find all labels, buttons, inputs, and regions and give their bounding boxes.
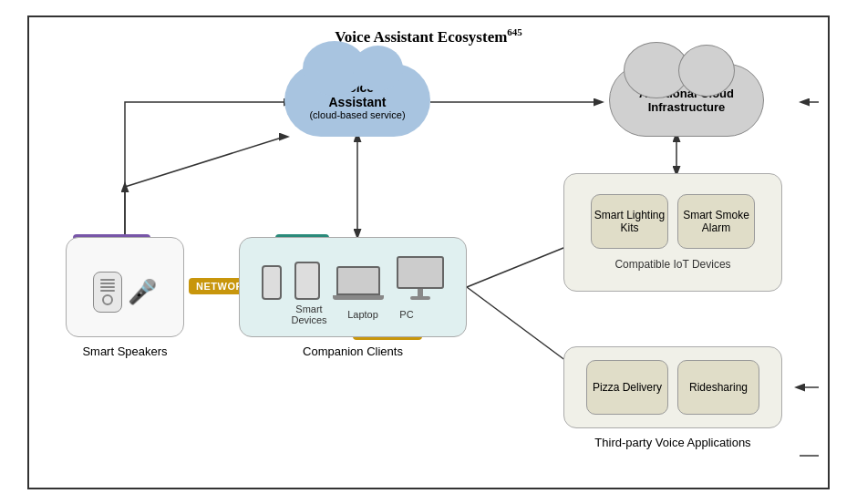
phone2-icon <box>294 262 320 300</box>
thirdparty-caption: Third-party Voice Applications <box>563 436 782 449</box>
speaker-icons: 🎤 <box>93 272 157 313</box>
additional-cloud-line1: Additional Cloud <box>639 87 734 100</box>
ridesharing-box: Ridesharing <box>677 360 759 415</box>
monitor-base-icon <box>410 296 430 300</box>
microphone-icon: 🎤 <box>128 278 157 306</box>
pizza-delivery-box: Pizza Delivery <box>586 360 668 415</box>
cloud-voice-line3: (cloud-based service) <box>309 109 405 120</box>
phone1-icon <box>262 265 282 300</box>
svg-line-3 <box>125 137 284 187</box>
main-title: Voice Assistant Ecosystem645 <box>38 26 819 46</box>
smart-devices-label: Smart Devices <box>286 303 332 325</box>
title-text: Voice Assistant Ecosystem <box>335 27 507 45</box>
cloud-voice-line1: Voice <box>341 80 374 95</box>
voice-assistant-cloud: Voice Assistant (cloud-based service) <box>284 64 430 137</box>
diagram-area: Voice Assistant (cloud-based service) Ad… <box>38 55 819 474</box>
speakers-caption: Smart Speakers <box>66 345 184 358</box>
smart-smoke-alarm-box: Smart Smoke Alarm <box>677 194 755 249</box>
clients-icons <box>253 249 453 303</box>
phone1-device <box>262 265 282 300</box>
smart-speakers-box: 🎤 <box>66 237 184 337</box>
laptop-device <box>333 266 384 300</box>
laptop-label: Laptop <box>345 309 381 320</box>
smart-lighting-kits-box: Smart Lighting Kits <box>591 194 668 249</box>
iot-devices-box: Smart Lighting Kits Smart Smoke Alarm Co… <box>563 173 782 292</box>
laptop-screen-icon <box>336 266 380 295</box>
speaker-lines <box>100 279 115 292</box>
companion-clients-box: Smart Devices Laptop PC <box>239 237 467 337</box>
thirdparty-apps-inner: Pizza Delivery Ridesharing <box>586 360 759 415</box>
speaker-dot <box>102 294 113 305</box>
additional-cloud: Additional Cloud Infrastructure <box>609 64 764 137</box>
iot-caption: Compatible IoT Devices <box>614 258 730 271</box>
additional-cloud-line2: Infrastructure <box>648 100 726 114</box>
iot-devices-inner: Smart Lighting Kits Smart Smoke Alarm <box>591 194 755 249</box>
diagram-container: Voice Assistant Ecosystem645 <box>27 15 830 489</box>
thirdparty-inner: Pizza Delivery Ridesharing <box>586 360 759 415</box>
phone2-device <box>294 262 320 300</box>
speaker-cylinder-icon <box>93 272 122 313</box>
client-labels-row: Smart Devices Laptop PC <box>286 303 419 325</box>
monitor-device <box>397 256 444 300</box>
thirdparty-apps-box: Pizza Delivery Ridesharing <box>563 346 782 428</box>
laptop-base-icon <box>333 295 384 300</box>
title-superscript: 645 <box>507 26 522 37</box>
monitor-stand-icon <box>418 289 423 296</box>
clients-caption: Companion Clients <box>239 345 467 358</box>
cloud-voice-line2: Assistant <box>328 95 386 109</box>
monitor-screen-icon <box>397 256 444 289</box>
pc-label: PC <box>394 309 419 320</box>
